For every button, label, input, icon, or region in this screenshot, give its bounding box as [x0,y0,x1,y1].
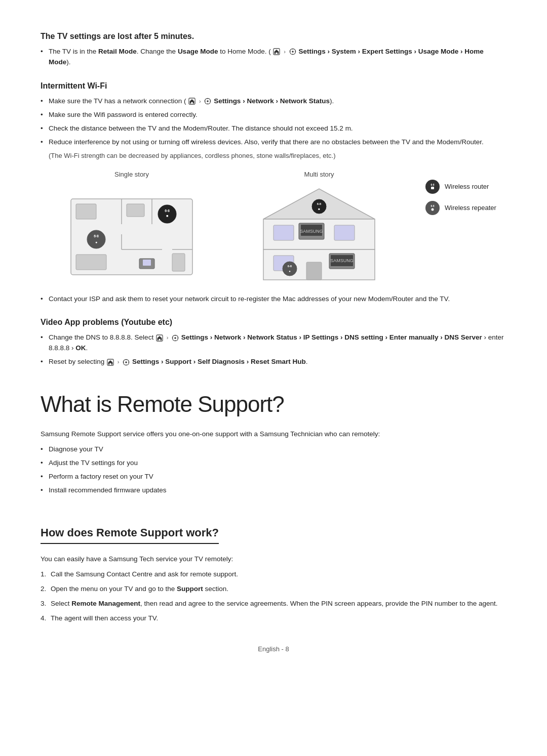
step-3: 3. Select Remote Management, then read a… [41,599,506,609]
remote-bullet-4: Install recommended firmware updates [41,485,506,496]
remote-support-section: What is Remote Support? Samsung Remote S… [41,388,506,496]
svg-point-59 [174,337,176,339]
wifi-diagram: Single story 6·8 ■ 6·8 ● [41,170,506,285]
remote-support-list: Diagnose your TV Adjust the TV settings … [41,444,506,496]
svg-rect-28 [76,204,96,219]
svg-rect-29 [127,204,144,217]
svg-rect-30 [172,254,185,271]
home-icon-3 [156,334,163,342]
chevron-icon: › [284,49,286,55]
single-story-label: Single story [114,170,149,180]
intermittent-wifi-section: Intermittent Wi-Fi Make sure the TV has … [41,80,506,305]
step-1: 1. Call the Samsung Contact Centre and a… [41,569,506,580]
svg-text:●: ● [95,240,97,244]
svg-rect-31 [76,255,106,270]
svg-rect-36 [334,225,355,240]
wifi-bullet-3: Check the distance between the TV and th… [41,123,506,134]
multi-story-diagram: Multi story SAMSUNG [228,170,410,285]
svg-point-66 [126,361,128,363]
svg-text:6·8: 6·8 [431,204,435,207]
svg-rect-35 [274,225,294,240]
svg-point-42 [312,199,326,214]
remote-bullet-1: Diagnose your TV [41,444,506,455]
multi-story-label: Multi story [304,170,334,180]
svg-text:6·8: 6·8 [288,265,292,268]
wifi-note: (The Wi-Fi strength can be decreased by … [49,151,506,161]
single-story-diagram: Single story 6·8 ■ 6·8 ● [41,170,223,285]
remote-bullet-2: Adjust the TV settings for you [41,458,506,469]
chevron-icon-3: › [167,334,169,341]
settings-icon-4 [123,359,130,366]
footer-text: English - 8 [258,645,289,653]
video-app-list: Change the DNS to 8.8.8.8. Select › Sett… [41,332,506,367]
wireless-router-label: Wireless router [445,182,489,192]
svg-text:SAMSUNG: SAMSUNG [330,258,354,263]
svg-point-9 [207,101,209,103]
video-app-bullet-2: Reset by selecting › Settings › Support … [41,357,506,367]
wifi-contact-list: Contact your ISP and ask them to reset y… [41,294,506,305]
svg-text:●: ● [289,270,291,273]
how-remote-support-title: How does Remote Support work? [41,524,219,544]
how-remote-support-section: How does Remote Support work? You can ea… [41,508,506,624]
wireless-repeater-legend-item: 6·8 Wireless repeater [425,201,506,215]
settings-icon-3 [172,334,179,342]
chevron-icon-2: › [199,98,201,104]
svg-point-2 [292,51,294,53]
svg-rect-53 [431,187,434,189]
svg-point-48 [283,262,297,276]
wifi-bullet-4: Reduce interference by not using or turn… [41,137,506,148]
svg-rect-27 [143,260,151,266]
svg-rect-38 [306,262,322,280]
video-app-section: Video App problems (Youtube etc) Change … [41,316,506,367]
footer: English - 8 [41,644,506,654]
how-remote-intro: You can easily have a Samsung Tech servi… [41,554,506,564]
remote-support-main-title: What is Remote Support? [41,388,506,421]
wifi-bullet-2: Make sure the Wifi password is entered c… [41,110,506,120]
single-story-svg: 6·8 ■ 6·8 ● [61,184,203,285]
home-icon [273,48,280,55]
video-app-bullet-1: Change the DNS to 8.8.8.8. Select › Sett… [41,332,506,354]
wireless-router-legend-item: 6·8 Wireless router [425,180,506,194]
settings-icon [289,48,296,55]
home-icon-2 [188,98,196,105]
wifi-bullet-1: Make sure the TV has a network connectio… [41,96,506,107]
video-app-title: Video App problems (Youtube etc) [41,316,506,328]
tv-settings-list: The TV is in the Retail Mode. Change the… [41,47,506,68]
wifi-contact-bullet: Contact your ISP and ask them to reset y… [41,294,506,305]
multi-story-svg: SAMSUNG 6·8 ■ SAMSUNG 6·8 ● [248,184,390,285]
svg-point-23 [87,230,105,248]
svg-text:■: ■ [318,207,320,211]
home-icon-4 [107,359,114,366]
svg-text:6·8: 6·8 [431,183,435,186]
remote-support-intro: Samsung Remote Support service offers yo… [41,429,506,439]
svg-point-56 [432,208,434,211]
how-remote-steps: 1. Call the Samsung Contact Centre and a… [41,569,506,624]
remote-bullet-3: Perform a factory reset on your TV [41,472,506,482]
chevron-icon-4: › [118,359,120,365]
svg-text:6·8: 6·8 [165,209,170,213]
intermittent-wifi-title: Intermittent Wi-Fi [41,80,506,92]
step-4: 4. The agent will then access your TV. [41,613,506,624]
svg-text:6·8: 6·8 [94,234,99,238]
step-2: 2. Open the menu on your TV and go to th… [41,584,506,595]
wireless-repeater-label: Wireless repeater [445,203,496,213]
tv-settings-section: The TV settings are lost after 5 minutes… [41,30,506,68]
router-icon: 6·8 [425,180,440,194]
repeater-icon: 6·8 [425,201,440,215]
svg-text:■: ■ [166,214,168,218]
svg-text:6·8: 6·8 [317,202,322,205]
intermittent-wifi-list: Make sure the TV has a network connectio… [41,96,506,148]
diagram-legend: 6·8 Wireless router 6·8 Wireless repeate… [415,170,506,225]
tv-settings-title: The TV settings are lost after 5 minutes… [41,30,506,43]
tv-settings-bullet-1: The TV is in the Retail Mode. Change the… [41,47,506,68]
settings-icon-2 [204,98,211,105]
svg-text:SAMSUNG: SAMSUNG [300,229,323,234]
